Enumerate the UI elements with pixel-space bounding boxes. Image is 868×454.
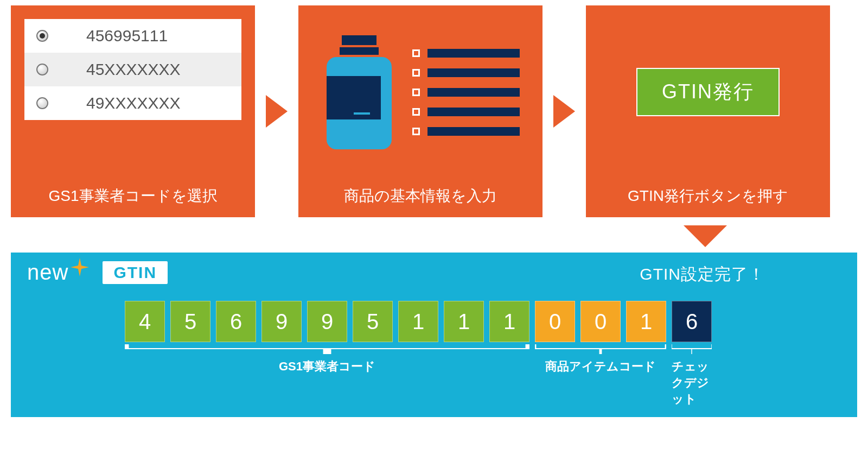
step3-caption: GTIN発行ボタンを押す (628, 186, 788, 206)
step1-caption: GS1事業者コードを選択 (48, 186, 217, 206)
gs1-code-radio-list: 456995111 45XXXXXXX 49XXXXXXX (24, 19, 241, 120)
gtin-complete-text: GTIN設定完了！ (640, 263, 765, 286)
gtin-digit: 9 (307, 301, 347, 342)
flow-arrow-down-container (11, 225, 857, 247)
bracket-check: チェックデジット (672, 344, 712, 407)
gtin-digit: 1 (489, 301, 529, 342)
bracket-label-check: チェックデジット (672, 358, 712, 407)
process-flow-row: 456995111 45XXXXXXX 49XXXXXXX GS1事業者コードを… (11, 5, 857, 217)
step-issue-gtin: GTIN発行 GTIN発行ボタンを押す (586, 5, 830, 217)
bracket-item: 商品アイテムコード (535, 344, 666, 375)
bracket-label-item: 商品アイテムコード (545, 358, 656, 375)
gtin-digit: 5 (353, 301, 393, 342)
radio-icon (36, 64, 48, 75)
gtin-result-panel: new GTIN GTIN設定完了！ 4 5 6 9 9 5 1 1 1 0 0… (11, 253, 857, 417)
radio-icon (36, 30, 48, 42)
gtin-digit: 4 (125, 301, 165, 342)
radio-option-value: 456995111 (86, 27, 168, 45)
gtin-digit: 0 (580, 301, 621, 342)
gtin-digit-row: 4 5 6 9 9 5 1 1 1 0 0 1 6 (125, 301, 841, 342)
svg-rect-1 (340, 47, 379, 55)
radio-option-value: 45XXXXXXX (86, 60, 180, 79)
gtin-digit: 1 (626, 301, 666, 342)
gtin-digit: 5 (170, 301, 210, 342)
form-lines-icon (412, 49, 520, 136)
radio-option-2[interactable]: 45XXXXXXX (24, 53, 241, 86)
gtin-bracket-row: GS1事業者コード 商品アイテムコード チェックデジット (125, 344, 841, 407)
gtin-badge: GTIN (103, 261, 168, 284)
product-bottle-icon (321, 35, 397, 149)
svg-rect-4 (354, 112, 370, 115)
step2-caption: 商品の基本情報を入力 (344, 186, 497, 206)
product-info-illustration (321, 35, 520, 149)
step-enter-info: 商品の基本情報を入力 (298, 5, 542, 217)
svg-rect-0 (342, 35, 376, 45)
issue-gtin-button[interactable]: GTIN発行 (636, 68, 780, 116)
gtin-digit: 1 (444, 301, 484, 342)
step-select-code: 456995111 45XXXXXXX 49XXXXXXX GS1事業者コードを… (11, 5, 255, 217)
gtin-digit: 1 (398, 301, 438, 342)
flow-arrow-right-icon (553, 95, 575, 128)
sparkle-icon (71, 257, 89, 275)
svg-marker-5 (71, 258, 89, 276)
gtin-digit: 6 (672, 301, 712, 342)
flow-arrow-right-icon (266, 95, 288, 128)
new-text: new (27, 260, 68, 285)
radio-option-value: 49XXXXXXX (86, 94, 180, 112)
gtin-digit: 6 (216, 301, 256, 342)
gtin-digit: 9 (261, 301, 302, 342)
radio-icon (36, 97, 48, 109)
gtin-digit: 0 (535, 301, 575, 342)
bracket-prefix: GS1事業者コード (125, 344, 529, 375)
new-label: new (27, 260, 89, 285)
flow-arrow-down-icon (684, 225, 727, 247)
bracket-label-prefix: GS1事業者コード (279, 358, 375, 375)
radio-option-1[interactable]: 456995111 (24, 19, 241, 53)
radio-option-3[interactable]: 49XXXXXXX (24, 86, 241, 120)
